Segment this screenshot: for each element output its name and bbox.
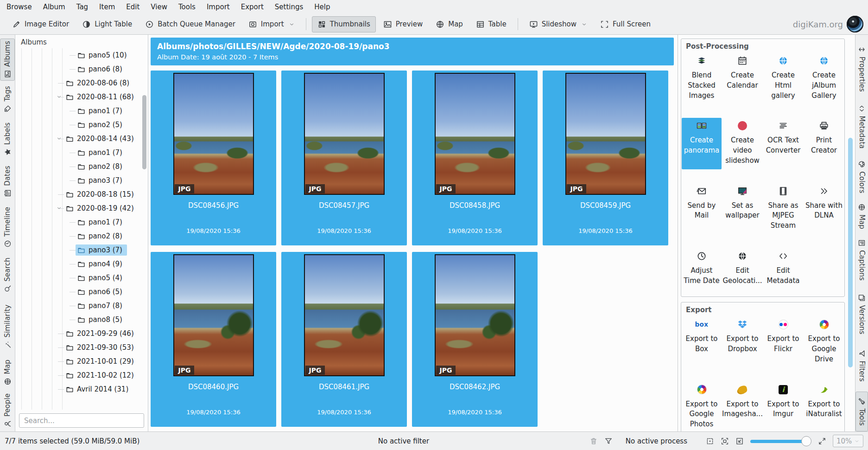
tree-item-content[interactable]: pano4 (9) [76,258,127,270]
tool-share-as-mjpeg-stream[interactable]: Share as MJPEG Stream [763,183,803,234]
slider-knob[interactable] [801,436,811,446]
tool-set-as-wallpaper[interactable]: Set as wallpaper [722,183,762,234]
sidebar-tab-timeline[interactable]: Timeline [0,202,15,252]
sidebar-tab-colors[interactable]: Colors [855,154,868,199]
trash-icon[interactable] [589,437,598,445]
tree-item-content[interactable]: 2020-08-06 (8) [64,77,134,89]
thumbnail-card-dsc08458-jpg[interactable]: JPGDSC08458.JPG19/08/2020 15:36 [412,71,538,245]
tree-item-2020-08-06-8[interactable]: 2020-08-06 (8) [15,76,148,90]
tree-item-content[interactable]: pano2 (5) [76,119,127,130]
tree-item-pano7-8[interactable]: pano7 (8) [15,299,148,313]
tool-send-by-mail[interactable]: Send by Mail [682,183,722,234]
tree-item-pano5-10[interactable]: pano5 (10) [15,48,148,62]
sidebar-tab-albums[interactable]: Albums [0,39,15,81]
tree-item-2020-08-18-15[interactable]: 2020-08-18 (15) [15,187,148,201]
tree-item-pano3-7[interactable]: pano3 (7) [15,243,148,257]
menu-help[interactable]: Help [309,1,336,13]
tool-ocr-text-converter[interactable]: OCR Text Converter [763,118,803,169]
thumbnail-card-dsc08457-jpg[interactable]: JPGDSC08457.JPG19/08/2020 15:36 [281,71,407,245]
sidebar-tab-labels[interactable]: Labels [0,118,15,161]
zoom-1to1-icon[interactable] [735,437,744,445]
menu-browse[interactable]: Browse [1,1,38,13]
image-editor-button[interactable]: Image Editor [6,16,75,32]
tree-item-pano5-4[interactable]: pano5 (4) [15,271,148,285]
tool-share-with-dlna[interactable]: Share with DLNA [804,183,844,234]
tree-item-content[interactable]: 2020-08-19 (42) [64,203,139,214]
sidebar-tab-versions[interactable]: Versions [855,288,868,340]
sidebar-tab-people[interactable]: People [0,389,15,431]
tree-item-content[interactable]: pano3 (7) [76,175,127,186]
tree-item-2020-08-11-68[interactable]: 2020-08-11 (68) [15,90,148,104]
batch-queue-manager-button[interactable]: Batch Queue Manager [139,16,241,32]
tools-panel-scrollbar[interactable] [848,138,853,367]
filter-funnel-icon[interactable] [604,437,613,445]
tree-item-2021-09-29-46[interactable]: 2021-09-29 (46) [15,327,148,341]
tree-item-pano1-7[interactable]: pano1 (7) [15,146,148,160]
tree-item-2020-08-19-42[interactable]: 2020-08-19 (42) [15,201,148,215]
thumbnail-card-dsc08460-jpg[interactable]: JPGDSC08460.JPG19/08/2020 15:36 [151,252,276,427]
tree-item-content[interactable]: pano3 (7) [76,244,127,256]
tree-item-pano2-5[interactable]: pano2 (5) [15,118,148,132]
tree-item-content[interactable]: 2021-10-02 (12) [64,370,139,381]
thumbnail-card-dsc08459-jpg[interactable]: JPGDSC08459.JPG19/08/2020 15:36 [543,71,668,245]
sidebar-tab-search[interactable]: Search [0,254,15,296]
tool-create-calendar[interactable]: Create Calendar [722,53,762,104]
tree-item-content[interactable]: pano1 (7) [76,105,127,116]
light-table-button[interactable]: Light Table [76,16,138,32]
tree-item-pano1-7[interactable]: pano1 (7) [15,104,148,118]
tree-item-content[interactable]: pano5 (4) [76,272,127,283]
chevron-down-icon[interactable] [56,205,62,211]
sidebar-tab-filters[interactable]: Filters [855,342,868,390]
menu-view[interactable]: View [145,1,173,13]
zoom-level-combobox[interactable]: 10% [833,435,863,447]
sidebar-tab-map[interactable]: Map [855,200,868,232]
tool-create-video-slideshow[interactable]: Create video slideshow [722,118,762,169]
zoom-fill-icon[interactable] [721,437,729,445]
sidebar-tab-tags[interactable]: Tags [0,83,15,117]
tree-item-2021-10-02-12[interactable]: 2021-10-02 (12) [15,368,148,382]
tool-export-to-google-photos[interactable]: Export to Google Photos [682,382,722,432]
chevron-down-icon[interactable] [56,94,62,100]
menu-tag[interactable]: Tag [71,1,94,13]
tree-item-pano4-9[interactable]: pano4 (9) [15,257,148,271]
tree-item-content[interactable]: 2021-09-29 (46) [64,328,139,339]
full-screen-button[interactable]: Full Screen [595,16,656,32]
tree-item-avril-2014-31[interactable]: Avril 2014 (31) [15,382,148,396]
tool-blend-stacked-images[interactable]: Blend Stacked Images [682,53,722,104]
tool-edit-metadata[interactable]: Edit Metadata [763,248,803,289]
tool-export-to-flickr[interactable]: Export to Flickr [763,316,803,367]
tree-item-content[interactable]: pano2 (8) [76,231,127,242]
tree-item-content[interactable]: pano6 (8) [76,64,127,75]
sidebar-tab-dates[interactable]: Dates [0,162,15,200]
preview-button[interactable]: Preview [378,16,428,32]
tree-item-pano1-7[interactable]: pano1 (7) [15,215,148,229]
tree-item-content[interactable]: 2020-08-14 (43) [64,133,139,144]
tool-edit-geolocati[interactable]: Edit Geolocati... [722,248,762,289]
tool-export-to-google-drive[interactable]: Export to Google Drive [804,316,844,367]
tool-print-creator[interactable]: Print Creator [804,118,844,169]
menu-settings[interactable]: Settings [269,1,309,13]
chevron-down-icon[interactable] [56,135,62,141]
thumbnail-card-dsc08461-jpg[interactable]: JPGDSC08461.JPG19/08/2020 15:36 [281,252,407,427]
sidebar-tab-properties[interactable]: Properties [855,39,868,99]
menu-export[interactable]: Export [235,1,269,13]
zoom-fit-icon[interactable] [706,437,714,445]
expand-icon[interactable] [818,437,826,445]
menu-import[interactable]: Import [201,1,235,13]
tree-item-content[interactable]: pano1 (7) [76,217,127,228]
sidebar-tab-captions[interactable]: Captions [855,234,868,286]
tree-item-2021-10-01-29[interactable]: 2021-10-01 (29) [15,354,148,368]
menu-item[interactable]: Item [94,1,120,13]
tool-export-to-imgur[interactable]: iExport to Imgur [763,382,803,432]
tree-item-2020-08-14-43[interactable]: 2020-08-14 (43) [15,132,148,146]
sidebar-tab-similarity[interactable]: Similarity [0,298,15,356]
tree-item-pano2-8[interactable]: pano2 (8) [15,160,148,174]
tree-item-content[interactable]: pano6 (5) [76,286,127,297]
slideshow-button[interactable]: Slideshow [524,16,593,32]
tool-create-panorama[interactable]: Create panorama [682,118,722,169]
tool-export-to-imagesha[interactable]: Export to Imagesha... [722,382,762,432]
menu-edit[interactable]: Edit [120,1,145,13]
tool-export-to-box[interactable]: boxExport to Box [682,316,722,367]
table-button[interactable]: Table [470,16,512,32]
sidebar-tab-metadata[interactable]: Metadata [855,101,868,153]
